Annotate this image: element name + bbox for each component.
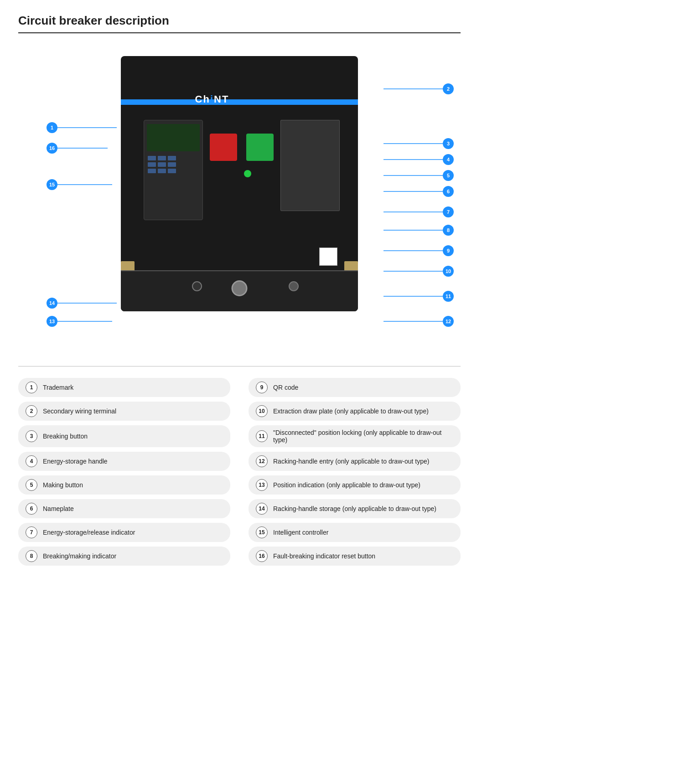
badge-16: 16 (47, 143, 57, 154)
part-item: 13 Position indication (only applicable … (249, 475, 461, 495)
part-label: Energy-storage/release indicator (43, 529, 135, 536)
part-number: 14 (256, 503, 268, 515)
badge-4: 4 (443, 154, 454, 165)
title-divider (18, 32, 461, 33)
ctrl-btn (168, 162, 176, 167)
part-number: 15 (256, 526, 268, 538)
part-item: 3 Breaking button (18, 425, 230, 447)
badge-5: 5 (443, 170, 454, 181)
controller-screen (147, 124, 199, 151)
part-label: QR code (273, 384, 298, 391)
callout-11: 11 (383, 291, 454, 302)
main-knob (232, 280, 248, 296)
callout-7: 7 (383, 206, 454, 217)
callout-3: 3 (383, 138, 454, 149)
part-number: 13 (256, 479, 268, 491)
part-number: 11 (256, 430, 268, 442)
ctrl-btn (158, 169, 166, 173)
part-number: 1 (26, 382, 37, 393)
part-item: 11 "Disconnected" position locking (only… (249, 425, 461, 447)
part-label: Extraction draw plate (only applicable t… (273, 407, 429, 415)
part-item: 16 Fault-breaking indicator reset button (249, 547, 461, 566)
small-knob-left (192, 281, 202, 291)
part-number: 7 (26, 526, 37, 538)
ctrl-btn (168, 156, 176, 160)
badge-6: 6 (443, 186, 454, 197)
part-number: 2 (26, 405, 37, 417)
ctrl-btn (158, 156, 166, 160)
part-number: 9 (256, 382, 268, 393)
part-number: 16 (256, 550, 268, 562)
part-item: 10 Extraction draw plate (only applicabl… (249, 402, 461, 421)
ctrl-btn (168, 169, 176, 173)
part-item: 15 Intelligent controller (249, 523, 461, 542)
part-item: 5 Making button (18, 475, 230, 495)
diagram-container: ChiNT (18, 42, 461, 352)
callout-1: 1 (47, 122, 117, 133)
badge-15: 15 (47, 179, 57, 190)
part-label: Fault-breaking indicator reset button (273, 552, 375, 560)
callout-4: 4 (383, 154, 454, 165)
callout-9: 9 (383, 245, 454, 256)
part-label: Secondary wiring terminal (43, 407, 116, 415)
callout-10: 10 (383, 266, 454, 277)
part-number: 5 (26, 479, 37, 491)
part-item: 8 Breaking/making indicator (18, 547, 230, 566)
part-number: 12 (256, 455, 268, 467)
part-number: 3 (26, 430, 37, 442)
part-label: Intelligent controller (273, 529, 328, 536)
badge-10: 10 (443, 266, 454, 277)
logo-text: ChiNT (195, 93, 229, 105)
part-item: 14 Racking-handle storage (only applicab… (249, 499, 461, 518)
part-number: 10 (256, 405, 268, 417)
parts-grid: 1 Trademark 9 QR code 2 Secondary wiring… (18, 378, 461, 566)
part-label: "Disconnected" position locking (only ap… (273, 429, 453, 444)
part-item: 12 Racking-handle entry (only applicable… (249, 452, 461, 471)
qr-code (319, 248, 337, 266)
ctrl-btn (148, 169, 156, 173)
part-label: Making button (43, 481, 83, 489)
part-label: Trademark (43, 384, 73, 391)
callout-8: 8 (383, 225, 454, 236)
page-title: Circuit breaker description (18, 14, 461, 28)
part-number: 4 (26, 455, 37, 467)
callout-16: 16 (47, 143, 108, 154)
controller-row-1 (144, 155, 202, 161)
part-label: Breaking button (43, 433, 88, 440)
badge-2: 2 (443, 83, 454, 94)
badge-1: 1 (47, 122, 57, 133)
part-label: Racking-handle storage (only applicable … (273, 505, 436, 512)
part-label: Breaking/making indicator (43, 552, 116, 560)
badge-12: 12 (443, 316, 454, 327)
part-item: 1 Trademark (18, 378, 230, 397)
ctrl-btn (148, 162, 156, 167)
callout-6: 6 (383, 186, 454, 197)
small-knob-right (289, 281, 299, 291)
making-button (246, 134, 274, 161)
breaker-image: ChiNT (121, 56, 358, 311)
callout-5: 5 (383, 170, 454, 181)
badge-9: 9 (443, 245, 454, 256)
badge-14: 14 (47, 298, 57, 309)
controller-row-2 (144, 161, 202, 168)
badge-8: 8 (443, 225, 454, 236)
callout-13: 13 (47, 316, 112, 327)
breaking-button (210, 134, 237, 161)
logo-area: ChiNT (176, 93, 249, 106)
ctrl-btn (148, 156, 156, 160)
part-label: Nameplate (43, 505, 74, 512)
callout-15: 15 (47, 179, 112, 190)
parts-divider (18, 366, 461, 366)
callout-14: 14 (47, 298, 117, 309)
badge-13: 13 (47, 316, 57, 327)
nameplate-panel (280, 120, 340, 211)
part-item: 7 Energy-storage/release indicator (18, 523, 230, 542)
part-item: 2 Secondary wiring terminal (18, 402, 230, 421)
controller-panel (144, 120, 203, 220)
controller-row-3 (144, 168, 202, 174)
part-label: Position indication (only applicable to … (273, 481, 420, 489)
bottom-panel (121, 270, 358, 311)
badge-11: 11 (443, 291, 454, 302)
badge-3: 3 (443, 138, 454, 149)
part-item: 4 Energy-storage handle (18, 452, 230, 471)
